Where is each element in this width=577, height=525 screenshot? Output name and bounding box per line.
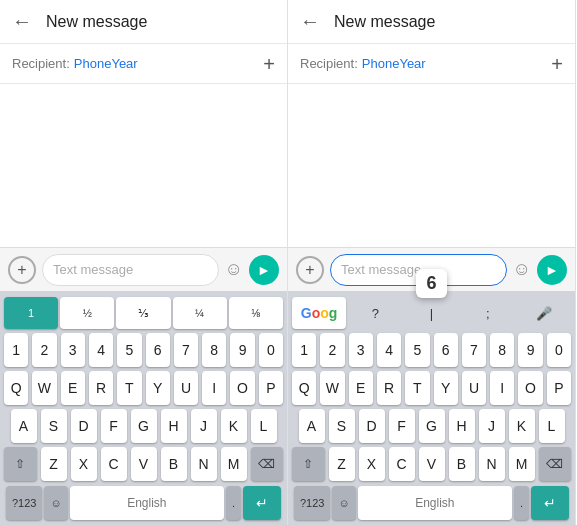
key-s[interactable]: S bbox=[41, 409, 67, 443]
key-e[interactable]: E bbox=[61, 371, 85, 405]
key-v[interactable]: V bbox=[131, 447, 157, 481]
right-sym-key[interactable]: ?123 bbox=[294, 486, 330, 520]
right-key-n[interactable]: N bbox=[479, 447, 505, 481]
key-m[interactable]: M bbox=[221, 447, 247, 481]
right-key-p[interactable]: P bbox=[547, 371, 571, 405]
right-key-b[interactable]: B bbox=[449, 447, 475, 481]
key-f[interactable]: F bbox=[101, 409, 127, 443]
right-add-recipient-button[interactable]: + bbox=[551, 54, 563, 74]
right-key-1[interactable]: 1 bbox=[292, 333, 316, 367]
key-1[interactable]: 1 bbox=[4, 333, 28, 367]
key-c[interactable]: C bbox=[101, 447, 127, 481]
key-8[interactable]: 8 bbox=[202, 333, 226, 367]
right-question-key[interactable]: ? bbox=[348, 297, 402, 329]
frac-key-third[interactable]: ⅓ bbox=[116, 297, 170, 329]
key-g[interactable]: G bbox=[131, 409, 157, 443]
key-i[interactable]: I bbox=[202, 371, 226, 405]
right-key-9[interactable]: 9 bbox=[518, 333, 542, 367]
key-x[interactable]: X bbox=[71, 447, 97, 481]
frac-key-quarter[interactable]: ¼ bbox=[173, 297, 227, 329]
frac-key-eighth[interactable]: ⅛ bbox=[229, 297, 283, 329]
right-key-7[interactable]: 7 bbox=[462, 333, 486, 367]
key-w[interactable]: W bbox=[32, 371, 56, 405]
left-period-key[interactable]: . bbox=[226, 486, 241, 520]
key-n[interactable]: N bbox=[191, 447, 217, 481]
right-google-key[interactable]: Goog bbox=[292, 297, 346, 329]
key-j[interactable]: J bbox=[191, 409, 217, 443]
left-add-recipient-button[interactable]: + bbox=[263, 54, 275, 74]
key-p[interactable]: P bbox=[259, 371, 283, 405]
right-send-button[interactable]: ► bbox=[537, 255, 567, 285]
right-key-r[interactable]: R bbox=[377, 371, 401, 405]
left-enter-key[interactable]: ↵ bbox=[243, 486, 281, 520]
right-key-4[interactable]: 4 bbox=[377, 333, 401, 367]
key-r[interactable]: R bbox=[89, 371, 113, 405]
key-6[interactable]: 6 bbox=[146, 333, 170, 367]
key-2[interactable]: 2 bbox=[32, 333, 56, 367]
right-key-x[interactable]: X bbox=[359, 447, 385, 481]
left-shift-key[interactable]: ⇧ bbox=[4, 447, 37, 481]
key-5[interactable]: 5 bbox=[117, 333, 141, 367]
frac-key-half[interactable]: ½ bbox=[60, 297, 114, 329]
left-space-key[interactable]: English bbox=[70, 486, 224, 520]
right-key-t[interactable]: T bbox=[405, 371, 429, 405]
right-key-z[interactable]: Z bbox=[329, 447, 355, 481]
right-key-3[interactable]: 3 bbox=[349, 333, 373, 367]
right-key-i[interactable]: I bbox=[490, 371, 514, 405]
left-sym-key[interactable]: ?123 bbox=[6, 486, 42, 520]
key-l[interactable]: L bbox=[251, 409, 277, 443]
key-a[interactable]: A bbox=[11, 409, 37, 443]
key-0[interactable]: 0 bbox=[259, 333, 283, 367]
right-key-o[interactable]: O bbox=[518, 371, 542, 405]
right-key-j[interactable]: J bbox=[479, 409, 505, 443]
key-o[interactable]: O bbox=[230, 371, 254, 405]
right-key-a[interactable]: A bbox=[299, 409, 325, 443]
frac-key-1[interactable]: 1 bbox=[4, 297, 58, 329]
left-back-button[interactable]: ← bbox=[12, 10, 32, 33]
left-recipient-value[interactable]: PhoneYear bbox=[74, 56, 264, 71]
left-text-field[interactable]: Text message bbox=[42, 254, 219, 286]
key-b[interactable]: B bbox=[161, 447, 187, 481]
key-z[interactable]: Z bbox=[41, 447, 67, 481]
right-shift-key[interactable]: ⇧ bbox=[292, 447, 325, 481]
right-key-g[interactable]: G bbox=[419, 409, 445, 443]
right-key-h[interactable]: H bbox=[449, 409, 475, 443]
right-key-c[interactable]: C bbox=[389, 447, 415, 481]
right-recipient-value[interactable]: PhoneYear bbox=[362, 56, 552, 71]
key-q[interactable]: Q bbox=[4, 371, 28, 405]
right-key-d[interactable]: D bbox=[359, 409, 385, 443]
right-space-key[interactable]: English bbox=[358, 486, 512, 520]
key-7[interactable]: 7 bbox=[174, 333, 198, 367]
right-key-e[interactable]: E bbox=[349, 371, 373, 405]
right-semicolon-key[interactable]: ; bbox=[461, 297, 515, 329]
key-3[interactable]: 3 bbox=[61, 333, 85, 367]
right-key-s[interactable]: S bbox=[329, 409, 355, 443]
right-key-0[interactable]: 0 bbox=[547, 333, 571, 367]
right-key-k[interactable]: K bbox=[509, 409, 535, 443]
right-mic-key[interactable]: 🎤 bbox=[517, 297, 571, 329]
left-emoji-button[interactable]: ☺ bbox=[225, 259, 243, 280]
right-key-l[interactable]: L bbox=[539, 409, 565, 443]
key-u[interactable]: U bbox=[174, 371, 198, 405]
right-key-y[interactable]: Y bbox=[434, 371, 458, 405]
left-emoji-key[interactable]: ☺ bbox=[44, 486, 67, 520]
right-attach-button[interactable]: + bbox=[296, 256, 324, 284]
right-key-2[interactable]: 2 bbox=[320, 333, 344, 367]
key-k[interactable]: K bbox=[221, 409, 247, 443]
left-attach-button[interactable]: + bbox=[8, 256, 36, 284]
right-pipe-key[interactable]: 6 | bbox=[404, 297, 458, 329]
right-period-key[interactable]: . bbox=[514, 486, 529, 520]
right-back-button[interactable]: ← bbox=[300, 10, 320, 33]
right-enter-key[interactable]: ↵ bbox=[531, 486, 569, 520]
right-backspace-key[interactable]: ⌫ bbox=[539, 447, 572, 481]
right-emoji-key[interactable]: ☺ bbox=[332, 486, 355, 520]
right-key-8[interactable]: 8 bbox=[490, 333, 514, 367]
key-9[interactable]: 9 bbox=[230, 333, 254, 367]
right-key-w[interactable]: W bbox=[320, 371, 344, 405]
key-d[interactable]: D bbox=[71, 409, 97, 443]
right-key-6[interactable]: 6 bbox=[434, 333, 458, 367]
right-key-q[interactable]: Q bbox=[292, 371, 316, 405]
right-key-5[interactable]: 5 bbox=[405, 333, 429, 367]
right-key-v[interactable]: V bbox=[419, 447, 445, 481]
right-key-f[interactable]: F bbox=[389, 409, 415, 443]
